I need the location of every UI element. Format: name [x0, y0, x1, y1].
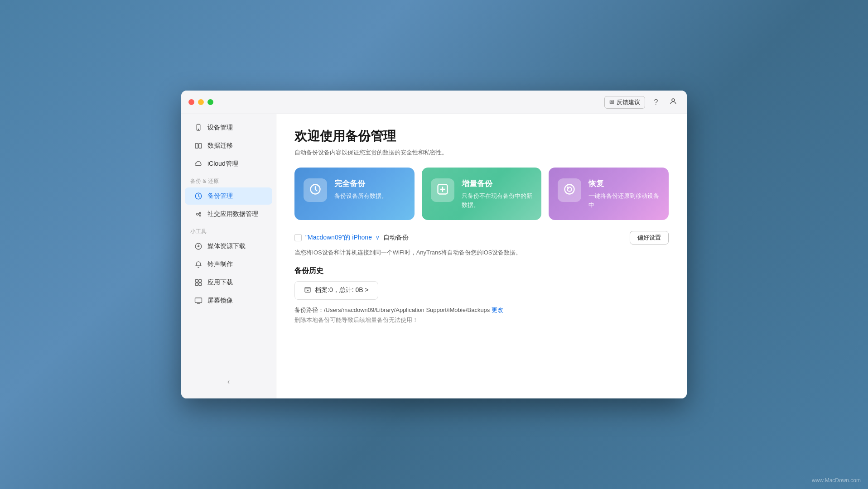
backup-entry-label: 档案:0，总计: 0B >: [315, 286, 369, 294]
svg-rect-13: [195, 298, 202, 303]
auto-backup-checkbox[interactable]: [294, 234, 302, 241]
auto-backup-row: "Macdown09"的 iPhone ∨ 自动备份 偏好设置: [294, 231, 669, 244]
sidebar-item-social[interactable]: 社交应用数据管理: [185, 206, 272, 223]
sidebar-label-icloud: iCloud管理: [207, 160, 238, 168]
sidebar-label-ringtone: 铃声制作: [207, 260, 233, 268]
svg-rect-17: [305, 287, 310, 292]
collapse-sidebar-button[interactable]: ‹: [181, 374, 276, 389]
watermark: www.MacDown.com: [812, 477, 861, 484]
svg-rect-12: [199, 283, 202, 286]
sidebar-bottom: ‹: [181, 369, 276, 394]
app-icon: [194, 278, 203, 287]
backup-icon: [194, 192, 203, 201]
page-subtitle: 自动备份设备内容以保证您宝贵的数据的安全性和私密性。: [294, 149, 669, 157]
backup-path-text: 备份路径：/Users/macdown09/Library/Applicatio…: [294, 307, 490, 313]
cloud-icon: [194, 159, 203, 168]
sidebar-item-device-management[interactable]: 设备管理: [185, 119, 272, 136]
page-title: 欢迎使用备份管理: [294, 128, 669, 145]
feedback-button[interactable]: ✉ 反馈建议: [604, 96, 645, 109]
feedback-label: 反馈建议: [617, 98, 640, 106]
sidebar-label-mirror: 屏幕镜像: [207, 297, 233, 305]
full-backup-card[interactable]: 完全备份 备份设备所有数据。: [294, 168, 415, 220]
traffic-lights: [188, 99, 213, 105]
incremental-desc: 只备份不在现有备份中的新数据。: [462, 192, 533, 209]
sidebar-label-social: 社交应用数据管理: [207, 210, 258, 218]
sidebar: 设备管理 数据迁移: [181, 114, 276, 398]
plus-icon: [436, 183, 449, 197]
backup-entry-button[interactable]: 档案:0，总计: 0B >: [294, 281, 378, 300]
app-body: 设备管理 数据迁移: [181, 114, 687, 398]
sidebar-label-device: 设备管理: [207, 124, 233, 132]
social-icon: [194, 210, 203, 219]
device-name[interactable]: "Macdown09"的 iPhone: [305, 234, 372, 242]
incremental-info: 增量备份 只备份不在现有备份中的新数据。: [462, 178, 533, 209]
migration-icon: [194, 141, 203, 150]
app-window: ✉ 反馈建议 ?: [181, 91, 687, 398]
device-icon: [194, 123, 203, 132]
sidebar-item-media-download[interactable]: 媒体资源下载: [185, 238, 272, 255]
help-button[interactable]: ?: [650, 96, 662, 109]
sidebar-item-ringtone[interactable]: 铃声制作: [185, 256, 272, 273]
svg-point-2: [198, 129, 199, 130]
incremental-title: 增量备份: [462, 178, 533, 189]
svg-rect-3: [195, 144, 198, 149]
full-backup-desc: 备份设备所有数据。: [334, 192, 405, 201]
restore-desc: 一键将备份还原到移动设备中: [588, 192, 660, 209]
backup-path: 备份路径：/Users/macdown09/Library/Applicatio…: [294, 306, 669, 314]
incremental-icon-wrap: [431, 178, 454, 202]
sidebar-item-app-download[interactable]: 应用下载: [185, 274, 272, 291]
auto-backup-description: 当您将iOS设备和计算机连接到同一个WiFi时，AnyTrans将自动备份您的i…: [294, 248, 669, 257]
preferences-button[interactable]: 偏好设置: [630, 231, 669, 244]
sidebar-label-backup: 备份管理: [207, 192, 233, 200]
auto-backup-left: "Macdown09"的 iPhone ∨ 自动备份: [294, 234, 409, 242]
bell-icon: [194, 260, 203, 269]
section-backup-label: 备份 & 还原: [181, 173, 276, 187]
sidebar-item-backup-management[interactable]: 备份管理: [185, 187, 272, 205]
restore-title: 恢复: [588, 178, 660, 189]
user-icon: [669, 97, 677, 107]
sidebar-item-screen-mirror[interactable]: 屏幕镜像: [185, 292, 272, 309]
restore-icon-wrap: [558, 178, 581, 202]
svg-point-5: [197, 213, 199, 216]
section-tools-label: 小工具: [181, 223, 276, 237]
svg-point-16: [565, 185, 574, 194]
sidebar-label-app-download: 应用下载: [207, 278, 233, 287]
titlebar: ✉ 反馈建议 ?: [181, 91, 687, 114]
titlebar-right: ✉ 反馈建议 ?: [604, 96, 680, 109]
restore-card[interactable]: 恢复 一键将备份还原到移动设备中: [549, 168, 669, 220]
svg-rect-10: [199, 279, 202, 282]
cards-row: 完全备份 备份设备所有数据。: [294, 168, 669, 220]
sidebar-item-icloud[interactable]: iCloud管理: [185, 155, 272, 173]
svg-rect-11: [195, 283, 198, 286]
sidebar-item-data-migration[interactable]: 数据迁移: [185, 137, 272, 154]
chevron-down-icon[interactable]: ∨: [376, 235, 380, 241]
svg-point-0: [672, 99, 675, 101]
backup-warning: 删除本地备份可能导致后续增量备份无法使用！: [294, 316, 669, 324]
restore-icon: [563, 183, 576, 197]
mail-icon: ✉: [609, 99, 614, 105]
svg-rect-9: [195, 279, 198, 282]
restore-info: 恢复 一键将备份还原到移动设备中: [588, 178, 660, 209]
main-content: 欢迎使用备份管理 自动备份设备内容以保证您宝贵的数据的安全性和私密性。: [276, 114, 687, 398]
sidebar-label-migration: 数据迁移: [207, 142, 233, 150]
archive-icon: [304, 286, 311, 295]
clock-icon: [309, 183, 322, 197]
mirror-icon: [194, 296, 203, 305]
sidebar-label-media: 媒体资源下载: [207, 242, 246, 250]
download-icon: [194, 242, 203, 251]
full-backup-title: 完全备份: [334, 178, 405, 189]
close-button[interactable]: [188, 99, 194, 105]
full-backup-info: 完全备份 备份设备所有数据。: [334, 178, 405, 201]
maximize-button[interactable]: [207, 99, 213, 105]
collapse-icon: ‹: [227, 378, 230, 386]
user-button[interactable]: [667, 96, 680, 109]
change-link[interactable]: 更改: [492, 307, 503, 313]
svg-rect-4: [199, 144, 202, 149]
full-backup-icon-wrap: [304, 178, 327, 202]
incremental-backup-card[interactable]: 增量备份 只备份不在现有备份中的新数据。: [422, 168, 542, 220]
help-icon: ?: [654, 98, 658, 106]
minimize-button[interactable]: [198, 99, 204, 105]
auto-backup-label: 自动备份: [383, 234, 409, 242]
backup-history-title: 备份历史: [294, 266, 669, 276]
